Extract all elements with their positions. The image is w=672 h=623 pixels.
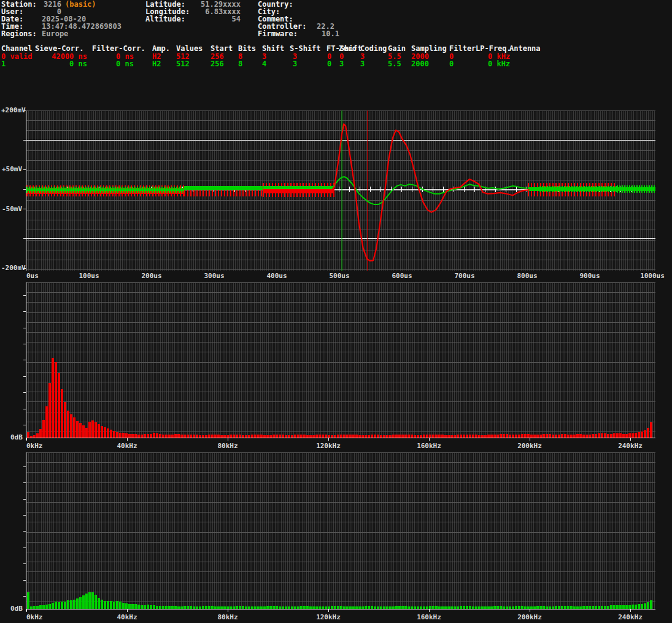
spectrum-bar [641,431,643,438]
station-signal-page: Station: 3216 (basic) User: 0 Date: 2025… [0,0,672,623]
table-cell-ch1: 8 [238,60,242,68]
spectrum-x-tick [228,438,228,441]
spectrum-bar [641,604,643,609]
spectrum-bar [104,601,106,609]
firmware-label: Firmware: [258,30,298,37]
spectrum-bar [42,420,45,438]
spectrum-x-label: 120kHz [304,614,353,621]
spectrum-bar [45,605,48,609]
spectrum-bar [79,597,82,609]
table-cell-ch1: 3 [339,60,344,68]
spectrum-bar [147,605,149,609]
spectrum-y-tick [23,409,26,409]
spectrum-y-tick [23,344,26,344]
spectrum-bar [635,433,637,438]
spectrum-x-tick [26,609,27,612]
spectrum-y-tick [23,295,26,296]
spectrum-bar [644,430,646,438]
table-cell-ch1: 512 [176,60,190,68]
waveform-x-label: 700us [440,273,489,279]
spectrum-bar [67,600,69,609]
spectrum-bar [95,595,97,609]
spectrum-bar [98,424,100,438]
amplitude-spectrum-channel-0-svg [26,282,655,438]
spectrum-x-label: 40kHz [102,443,152,449]
spectrum-bar [48,383,51,438]
spectrum-bar [76,421,79,438]
spectrum-bar [82,595,85,609]
waveform-x-label: 200us [127,273,176,279]
spectrum-bar [48,604,51,609]
altitude-value: 54 [160,15,241,23]
waveform-y-label: +200mV [1,107,26,114]
waveform-x-label: 100us [64,273,114,279]
waveform-y-tick [23,238,26,239]
waveform-x-label: 800us [503,273,552,279]
table-cell-ch1: 1 [1,60,6,68]
waveform-y-label: -200mV [1,265,26,271]
spectrum-bar [58,373,60,438]
spectrum-bar [55,602,57,609]
spectrum-bar [116,432,118,438]
column-header: Start [210,45,233,52]
spectrum-x-tick [328,609,329,612]
spectrum-bar [88,592,91,609]
spectrum-y-tick [23,563,26,564]
spectrum-bar [76,598,79,609]
spectrum-x-label: 80kHz [203,614,252,621]
spectrum-bar [64,402,66,438]
spectrum-bar [113,431,115,438]
spectrum-bar [45,406,48,438]
column-header: Filter-Corr. [92,45,145,52]
spectrum-bar [85,428,88,438]
spectrum-bar [650,600,652,609]
spectrum-bar [644,603,646,609]
spectrum-red-plot [26,282,655,438]
spectrum-x-label: 240kHz [606,443,655,449]
spectrum-bar [616,433,619,438]
spectrum-bar [604,433,606,438]
column-header: S-Shift [290,45,321,52]
spectrum-y-tick [23,531,26,532]
spectrum-y-tick [23,328,26,328]
spectrum-bar [598,433,600,438]
spectrum-bar [52,603,54,609]
spectrum-y-tick [23,466,26,467]
waveform-y-tick [23,169,26,170]
table-cell-ch1: 0 ns [54,60,134,68]
spectrum-bar [27,432,29,438]
spectrum-bar [79,423,82,438]
spectrum-red-ylabel: 0dB [10,434,23,441]
spectrum-y-tick [23,548,26,548]
spectrum-x-tick [127,609,128,612]
spectrum-bar [647,602,649,609]
table-cell-ch1: 0 [327,60,331,68]
spectrum-x-label: 160kHz [404,614,454,621]
spectrum-y-tick [23,515,26,516]
spectrum-bar [156,433,158,438]
waveform-x-label: 600us [377,273,427,279]
spectrum-bar [134,604,137,609]
spectrum-bar [67,411,69,438]
table-cell-ch1: 5.5 [388,60,401,68]
waveform-y-tick [23,268,26,269]
column-header: Channel [1,45,33,52]
spectrum-bar [107,601,109,609]
waveform-y-tick [23,140,26,141]
spectrum-bar [61,389,63,438]
table-cell-ch1: 3 [360,60,365,68]
waveform-x-label: 0us [26,273,63,279]
spectrum-y-tick [23,360,26,360]
table-cell-ch1: H2 [152,60,161,68]
column-header: Antenna [509,45,541,52]
spectrum-green-ylabel: 0dB [10,605,23,612]
spectrum-bar [125,433,128,438]
regions-label: Regions: [1,30,37,37]
spectrum-x-label: 120kHz [304,443,353,449]
spectrum-bar [128,604,131,609]
waveform-y-label: +50mV [2,166,22,172]
spectrum-bar [39,429,42,438]
spectrum-y-axis [26,282,26,440]
waveform-y-label: -50mV [2,206,22,212]
spectrum-x-tick [630,609,631,612]
